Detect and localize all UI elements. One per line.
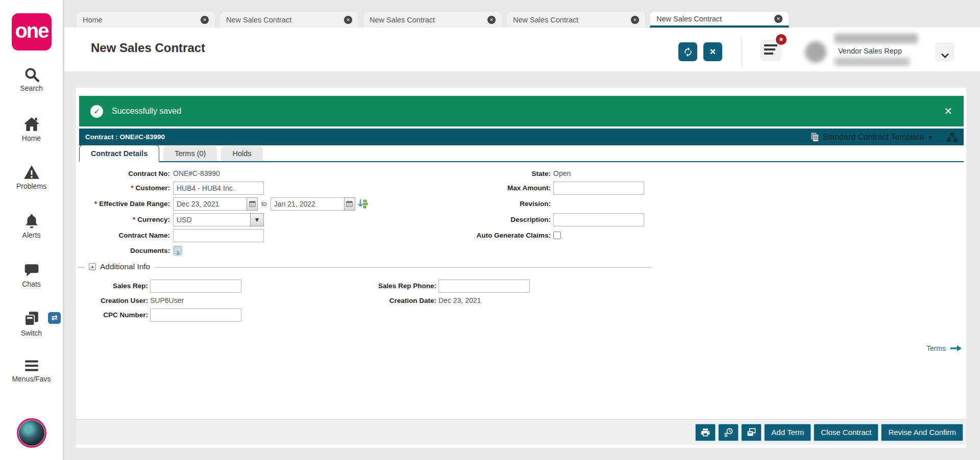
tab-new-sales-contract-active[interactable]: New Sales Contract ✕ [650, 11, 789, 28]
sidebar-item-home[interactable]: Home [0, 116, 63, 142]
tab-label: Home [83, 16, 103, 24]
sales-rep-input[interactable] [150, 279, 241, 293]
form-column-right: State: Open Max Amount: Revision: Descri… [382, 167, 760, 243]
form-row-documents: Documents: [76, 243, 474, 258]
terms-link-label: Terms [926, 344, 946, 352]
tab-terms[interactable]: Terms (0) [163, 146, 217, 161]
tab-label: New Sales Contract [656, 15, 722, 23]
search-icon [23, 66, 40, 83]
tab-contract-details[interactable]: Contract Details [79, 145, 159, 162]
tab-label: New Sales Contract [370, 16, 435, 24]
chevron-down-icon [941, 50, 949, 58]
sidebar-item-label: Menus/Favs [0, 375, 63, 383]
select-caret-icon[interactable]: ▼ [250, 213, 264, 226]
tab-home[interactable]: Home ✕ [76, 11, 215, 28]
form-row-creation: Creation User: SUP6User Creation Date: D… [78, 294, 651, 307]
date-from-calendar-button[interactable] [247, 197, 258, 211]
add-term-button[interactable]: Add Term [764, 424, 811, 441]
template-doc-icon [811, 133, 819, 142]
date-to-input[interactable] [271, 197, 344, 211]
creation-user-label: Creation User: [78, 297, 148, 304]
one-logo[interactable]: one [12, 13, 52, 50]
terms-link[interactable]: Terms [926, 344, 962, 352]
close-contract-button[interactable]: Close Contract [814, 424, 878, 441]
hierarchy-icon[interactable] [946, 132, 958, 142]
tab-label: New Sales Contract [226, 16, 291, 24]
sidebar-item-label: Search [0, 84, 63, 92]
currency-label: *Currency: [76, 216, 170, 223]
hamburger-icon [23, 358, 40, 373]
template-name: Standard Contract Template [822, 133, 924, 142]
app-tabbar: Home ✕ New Sales Contract ✕ New Sales Co… [76, 11, 789, 28]
date-sort-icon[interactable] [358, 199, 368, 209]
sales-rep-label: Sales Rep: [78, 282, 148, 290]
refresh-button[interactable] [678, 42, 697, 61]
user-avatar[interactable] [17, 418, 46, 448]
favorite-star-badge[interactable]: ★ [775, 33, 788, 46]
sidebar-item-problems[interactable]: Problems [0, 164, 63, 190]
form-row-state: State: Open [382, 167, 760, 180]
customer-input[interactable] [173, 182, 264, 195]
sidebar-item-search[interactable]: Search [0, 66, 63, 92]
tab-new-sales-contract-1[interactable]: New Sales Contract ✕ [219, 11, 359, 28]
sidebar-item-menus-favs[interactable]: Menus/Favs [0, 358, 63, 383]
switch-badge-icon[interactable]: ⇄ [48, 312, 61, 324]
form-row-description: Description: [382, 212, 760, 227]
page-title: New Sales Contract [91, 41, 205, 55]
tab-close-icon[interactable]: ✕ [201, 16, 209, 24]
documents-icon[interactable] [173, 246, 182, 255]
chat-bubble-icon [23, 262, 40, 278]
state-value: Open [553, 169, 571, 177]
description-input[interactable] [553, 213, 644, 226]
audit-history-button[interactable] [718, 424, 739, 441]
currency-value: USD [173, 213, 250, 226]
required-marker: * [94, 200, 97, 208]
menu-bars-icon [764, 44, 777, 46]
description-label: Description: [382, 216, 551, 223]
collapse-section-button[interactable]: ▲ [89, 263, 96, 270]
contract-no-value: ONE#C-83990 [173, 169, 220, 177]
date-to-calendar-button[interactable] [344, 197, 355, 211]
tab-close-icon[interactable]: ✕ [487, 16, 496, 24]
sidebar-item-alerts[interactable]: Alerts [0, 213, 63, 239]
max-amount-input[interactable] [553, 182, 644, 195]
tab-new-sales-contract-2[interactable]: New Sales Contract ✕ [363, 11, 502, 28]
additional-info-title: Additional Info [100, 262, 150, 271]
cpc-number-label: CPC Number: [78, 311, 148, 319]
cpc-number-input[interactable] [150, 309, 241, 322]
main-area: Home ✕ New Sales Contract ✕ New Sales Co… [64, 0, 980, 460]
print-button[interactable] [695, 424, 716, 441]
close-page-button[interactable]: ✕ [703, 42, 722, 61]
form-row-cpc-number: CPC Number: [78, 307, 651, 323]
sales-rep-phone-label: Sales Rep Phone: [241, 282, 436, 290]
tab-close-icon[interactable]: ✕ [774, 15, 782, 23]
tab-holds[interactable]: Holds [221, 146, 262, 161]
user-profile-avatar[interactable] [805, 41, 826, 63]
auto-generate-claims-checkbox[interactable] [553, 232, 561, 239]
header-divider [742, 37, 742, 66]
user-menu-button[interactable] [935, 42, 954, 62]
caret-down-icon: ▼ [927, 134, 933, 140]
form-row-revision: Revision: [382, 196, 760, 212]
tab-new-sales-contract-3[interactable]: New Sales Contract ✕ [506, 11, 646, 28]
copy-window-button[interactable] [741, 424, 762, 441]
currency-select[interactable]: USD ▼ [173, 213, 264, 226]
tab-close-icon[interactable]: ✕ [344, 16, 352, 24]
required-marker: * [131, 184, 133, 192]
sidebar-item-chats[interactable]: Chats [0, 262, 63, 288]
required-marker: * [133, 216, 135, 223]
copy-window-icon [746, 427, 756, 438]
sales-rep-phone-input[interactable] [438, 279, 530, 293]
form-row-auto-generate-claims: Auto Generate Claims: [382, 227, 760, 243]
tab-close-icon[interactable]: ✕ [631, 16, 639, 24]
sidebar-item-label: Chats [0, 280, 63, 288]
banner-close-icon[interactable]: ✕ [944, 105, 952, 117]
template-selector[interactable]: Standard Contract Template ▼ [811, 133, 933, 142]
contract-no-label: Contract No: [76, 170, 170, 177]
sidebar-item-label: Home [0, 134, 63, 142]
max-amount-label: Max Amount: [382, 184, 551, 192]
contract-name-input[interactable] [173, 229, 264, 242]
revise-and-confirm-button[interactable]: Revise And Confirm [881, 424, 963, 441]
date-from-input[interactable] [173, 197, 247, 211]
creation-date-value: Dec 23, 2021 [438, 296, 481, 304]
